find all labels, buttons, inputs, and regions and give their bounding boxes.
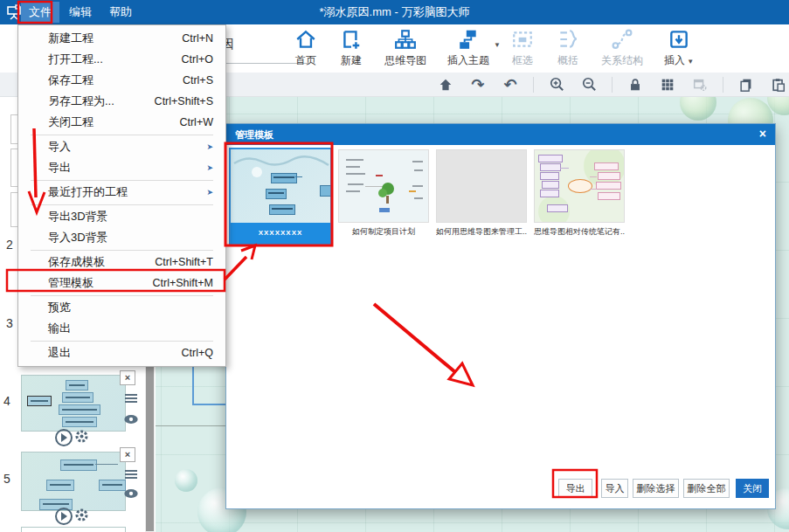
template-caption: 思维导图相对传统笔记有...: [534, 223, 625, 240]
mindmap-icon: [393, 27, 418, 52]
app-window: 文件 编辑 帮助 *溺水原因.mm - 万彩脑图大师 因 首页 新建: [0, 0, 789, 532]
summary-button[interactable]: 概括: [556, 27, 580, 68]
new-label: 新建: [341, 53, 362, 68]
home-icon[interactable]: [436, 75, 455, 94]
menu-item-close-project[interactable]: 关闭工程Ctrl+W: [18, 112, 225, 133]
menu-item-save-project[interactable]: 保存工程Ctrl+S: [18, 70, 225, 91]
import-button[interactable]: 导入: [601, 479, 628, 498]
marquee-select-button[interactable]: 框选: [510, 27, 535, 68]
redo-icon[interactable]: ↷: [468, 75, 488, 94]
play-icon[interactable]: [55, 429, 73, 446]
template-caption: 如何制定项目计划: [338, 223, 429, 240]
slide-6-thumbnail[interactable]: [21, 527, 126, 532]
close-slide-icon[interactable]: ×: [120, 370, 135, 385]
dialog-titlebar: 管理模板 ×: [226, 124, 775, 145]
marquee-select-label: 框选: [512, 53, 533, 68]
close-button[interactable]: 关闭: [736, 479, 769, 498]
menu-item-save-as[interactable]: 另存工程为...Ctrl+Shift+S: [18, 91, 225, 112]
paste-icon[interactable]: [769, 75, 788, 94]
template-card[interactable]: 思维导图相对传统笔记有...: [534, 149, 625, 240]
delete-selected-button[interactable]: 删除选择: [633, 479, 679, 498]
slide-number: 5: [3, 472, 10, 486]
menu-item-import[interactable]: 导入➤: [18, 136, 225, 157]
menu-file[interactable]: 文件: [21, 2, 59, 23]
template-caption: XXXXXXXX: [231, 223, 330, 244]
menu-item-output[interactable]: 输出: [18, 318, 225, 339]
menu-item-exit[interactable]: 退出Ctrl+Q: [18, 342, 225, 363]
zoom-out-icon[interactable]: [579, 75, 599, 94]
insert-topic-button[interactable]: 插入主题 ▼: [447, 27, 489, 68]
titlebar: 文件 编辑 帮助 *溺水原因.mm - 万彩脑图大师: [0, 0, 789, 24]
slide-5-thumbnail[interactable]: [21, 452, 126, 511]
relation-label: 关系结构: [601, 53, 643, 68]
slide-menu-icon[interactable]: [125, 394, 137, 404]
submenu-arrow-icon: ➤: [206, 142, 213, 151]
slide-number: 3: [6, 316, 13, 330]
eye-icon[interactable]: [123, 413, 139, 425]
export-button[interactable]: 导出: [558, 479, 592, 498]
play-icon[interactable]: [55, 508, 73, 525]
page-settings-icon[interactable]: [690, 75, 709, 94]
menu-separator: [31, 204, 213, 205]
slide-menu-icon[interactable]: [125, 470, 137, 480]
slide-number: 4: [3, 394, 10, 408]
gear-icon[interactable]: [74, 508, 89, 522]
menu-separator: [31, 295, 213, 296]
insert-topic-icon: [456, 27, 481, 52]
toolbar-separator: [533, 77, 534, 93]
dialog-close-icon[interactable]: ×: [759, 127, 766, 141]
lock-icon[interactable]: [626, 75, 645, 94]
template-caption: 如何用思维导图来管理工...: [436, 223, 527, 240]
marquee-select-icon: [510, 27, 535, 52]
gear-icon[interactable]: [74, 429, 89, 444]
insert-button[interactable]: 插入 ▼: [664, 27, 694, 68]
undo-icon[interactable]: ↶: [501, 75, 520, 94]
menu-separator: [31, 180, 213, 181]
menu-item-preview[interactable]: 预览: [18, 297, 225, 318]
insert-label: 插入 ▼: [664, 53, 694, 68]
new-button[interactable]: 新建: [339, 27, 363, 68]
file-menu-dropdown: 新建工程Ctrl+N 打开工程...Ctrl+O 保存工程Ctrl+S 另存工程…: [17, 24, 226, 367]
menu-help[interactable]: 帮助: [101, 2, 140, 23]
menu-item-save-as-template[interactable]: 保存成模板Ctrl+Shift+T: [18, 252, 225, 273]
submenu-arrow-icon: ➤: [206, 163, 213, 172]
decor-bubble: [175, 469, 197, 492]
chevron-down-icon: ▼: [685, 58, 694, 66]
menu-separator: [31, 341, 213, 342]
relation-icon: [610, 27, 634, 52]
menu-edit[interactable]: 编辑: [61, 2, 100, 23]
slide-4-thumbnail[interactable]: [21, 375, 126, 432]
insert-topic-label: 插入主题: [447, 53, 489, 68]
dialog-title: 管理模板: [226, 128, 273, 142]
copy-icon[interactable]: [737, 75, 756, 94]
menu-item-open-project[interactable]: 打开工程...Ctrl+O: [18, 49, 225, 70]
submenu-arrow-icon: ➤: [206, 188, 213, 197]
mindmap-button[interactable]: 思维导图: [384, 27, 426, 68]
menu-item-manage-templates[interactable]: 管理模板Ctrl+Shift+M: [18, 273, 225, 294]
template-card[interactable]: 如何制定项目计划: [338, 149, 429, 240]
zoom-in-icon[interactable]: [547, 75, 566, 94]
app-logo-icon: [5, 3, 23, 21]
delete-all-button[interactable]: 删除全部: [683, 479, 730, 498]
new-document-icon: [339, 27, 363, 52]
summary-label: 概括: [557, 53, 578, 68]
menu-item-export-3d-background[interactable]: 导出3D背景: [18, 206, 225, 227]
relation-button[interactable]: 关系结构: [601, 27, 643, 68]
menu-separator: [31, 135, 213, 135]
mindmap-label: 思维导图: [384, 53, 426, 68]
menu-item-export[interactable]: 导出➤: [18, 157, 225, 178]
menu-separator: [31, 250, 213, 251]
eye-icon[interactable]: [123, 487, 139, 500]
menu-item-new-project[interactable]: 新建工程Ctrl+N: [18, 28, 225, 49]
chevron-down-icon: ▼: [494, 41, 501, 49]
grid-icon[interactable]: [658, 75, 677, 94]
home-button[interactable]: 首页: [294, 27, 318, 68]
insert-icon: [667, 27, 691, 52]
toolbar-separator: [612, 77, 613, 93]
template-card-selected[interactable]: XXXXXXXX: [229, 148, 332, 245]
template-card[interactable]: 如何用思维导图来管理工...: [436, 149, 527, 240]
menu-item-recent-projects[interactable]: 最近打开的工程➤: [18, 182, 225, 203]
close-slide-icon[interactable]: ×: [120, 447, 135, 462]
menu-item-import-3d-background[interactable]: 导入3D背景: [18, 227, 225, 248]
slide-number: 2: [6, 238, 13, 252]
